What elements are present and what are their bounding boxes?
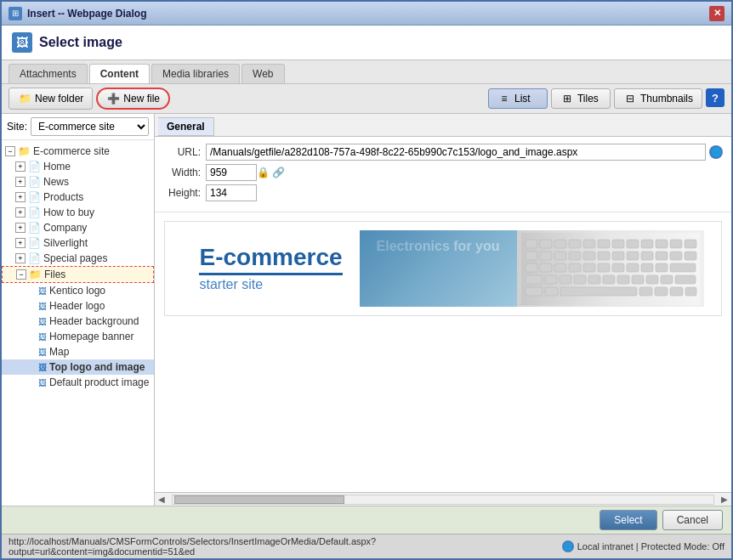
svg-rect-40 <box>588 275 600 284</box>
thumbnails-view-button[interactable]: ⊟ Thumbnails <box>614 88 702 109</box>
svg-rect-37 <box>545 275 557 284</box>
status-zone-text: Local intranet | Protected Mode: Off <box>577 541 724 552</box>
tree-label: Map <box>49 346 69 358</box>
tree-label: Home <box>43 161 71 173</box>
tree-label: Top logo and image <box>49 361 145 373</box>
tab-media-libraries[interactable]: Media libraries <box>151 64 240 83</box>
ecommerce-branding: E-commerce starter site <box>182 245 359 293</box>
width-row: Width: 🔒 🔗 <box>163 164 723 181</box>
tree-item-products[interactable]: + 📄 Products <box>2 189 154 205</box>
expand-icon[interactable]: + <box>15 207 26 218</box>
lock-icon[interactable]: 🔒 <box>257 167 270 178</box>
url-row: URL: 🌐 <box>163 144 723 161</box>
svg-rect-15 <box>554 252 566 260</box>
tiles-view-button[interactable]: ⊞ Tiles <box>551 88 611 109</box>
svg-rect-23 <box>670 252 682 260</box>
tree-item-homepage-banner[interactable]: 🖼 Homepage banner <box>2 329 154 344</box>
tab-content[interactable]: Content <box>89 64 150 83</box>
tree-item-company[interactable]: + 📄 Company <box>2 220 154 235</box>
link-icon[interactable]: 🔗 <box>272 167 285 178</box>
tree-item-how-to-buy[interactable]: + 📄 How to buy <box>2 205 154 220</box>
expand-icon[interactable]: + <box>15 177 26 187</box>
scroll-left-btn[interactable]: ◀ <box>155 495 168 504</box>
toolbar-right: ≡ List ⊞ Tiles ⊟ Thumbnails ? <box>488 88 724 109</box>
properties-area: URL: 🌐 Width: 🔒 🔗 Height: <box>155 137 731 212</box>
expand-icon[interactable]: − <box>5 146 15 156</box>
site-dropdown[interactable]: E-commerce site <box>31 117 149 136</box>
site-selector: Site: E-commerce site <box>2 114 154 140</box>
expand-icon[interactable]: + <box>15 192 26 202</box>
general-tab[interactable]: General <box>158 117 214 136</box>
new-file-button[interactable]: ➕ New file <box>96 88 170 110</box>
select-button[interactable]: Select <box>599 510 656 530</box>
tree-item-header-background[interactable]: 🖼 Header background <box>2 314 154 329</box>
banner-section: Electronics for you <box>360 230 704 307</box>
svg-rect-8 <box>627 240 639 248</box>
file-icon: 🖼 <box>38 348 47 357</box>
tree-label: Company <box>43 222 87 234</box>
tree-item-home[interactable]: + 📄 Home <box>2 159 154 174</box>
svg-rect-20 <box>627 252 639 260</box>
scroll-thumb[interactable] <box>174 495 344 504</box>
height-row: Height: <box>163 184 723 201</box>
tree-item-silverlight[interactable]: + 📄 Silverlight <box>2 235 154 251</box>
svg-rect-33 <box>641 263 653 272</box>
tree-item-default-product-image[interactable]: 🖼 Default product image <box>2 375 154 390</box>
tree-item-special-pages[interactable]: + 📄 Special pages <box>2 251 154 266</box>
svg-rect-14 <box>540 252 552 260</box>
tab-attachments[interactable]: Attachments <box>9 64 88 83</box>
electronics-banner: Electronics for you <box>360 230 517 307</box>
expand-icon[interactable]: + <box>15 238 26 248</box>
svg-rect-24 <box>685 252 696 260</box>
tree-area: − 📁 E-commerce site + 📄 Home + 📄 News <box>2 140 154 506</box>
list-view-button[interactable]: ≡ List <box>488 88 548 109</box>
scroll-right-btn[interactable]: ▶ <box>718 495 731 504</box>
width-input[interactable] <box>206 164 257 181</box>
expand-icon[interactable]: − <box>16 269 26 280</box>
svg-rect-38 <box>560 275 571 284</box>
expand-icon[interactable]: + <box>15 223 26 233</box>
tree-item-ecommerce-site[interactable]: − 📁 E-commerce site <box>2 144 154 159</box>
svg-rect-51 <box>655 287 668 296</box>
page-icon: 📄 <box>28 237 41 249</box>
status-zone: 🌐 Local intranet | Protected Mode: Off <box>562 540 724 552</box>
svg-rect-30 <box>598 263 610 272</box>
page-icon: 📄 <box>28 222 41 234</box>
page-icon: 📄 <box>28 176 41 188</box>
svg-rect-16 <box>569 252 581 260</box>
scroll-track[interactable] <box>172 495 714 505</box>
tree-item-top-logo[interactable]: 🖼 Top logo and image <box>2 359 154 375</box>
preview-area: E-commerce starter site Electronics for … <box>155 212 731 492</box>
height-label: Height: <box>163 187 206 199</box>
globe-icon[interactable]: 🌐 <box>709 145 723 159</box>
tree-item-files[interactable]: − 📁 Files <box>2 266 154 283</box>
svg-rect-41 <box>603 275 615 284</box>
file-icon: 🖼 <box>38 378 47 387</box>
height-input[interactable] <box>206 184 257 201</box>
help-button[interactable]: ? <box>706 88 724 107</box>
close-button[interactable]: ✕ <box>709 6 724 21</box>
tree-label: News <box>43 176 69 188</box>
tree-item-map[interactable]: 🖼 Map <box>2 344 154 359</box>
page-icon: 📄 <box>28 206 41 218</box>
right-panel: General URL: 🌐 Width: 🔒 🔗 <box>155 114 731 506</box>
tree-item-news[interactable]: + 📄 News <box>2 174 154 189</box>
prop-icons: 🔒 🔗 <box>257 167 285 178</box>
svg-rect-28 <box>569 263 581 272</box>
svg-rect-25 <box>526 263 537 272</box>
tree-item-header-logo[interactable]: 🖼 Header logo <box>2 298 154 314</box>
tree-item-kentico-logo[interactable]: 🖼 Kentico logo <box>2 283 154 298</box>
tab-web[interactable]: Web <box>241 64 284 83</box>
svg-rect-6 <box>598 240 610 248</box>
url-input[interactable] <box>206 144 706 161</box>
dialog-header: 🖼 Select image <box>2 25 731 60</box>
svg-rect-31 <box>612 263 624 272</box>
status-bar: http://localhost/Manuals/CMSFormControls… <box>2 534 731 558</box>
cancel-button[interactable]: Cancel <box>662 510 723 530</box>
new-folder-button[interactable]: 📁 New folder <box>9 88 93 110</box>
expand-icon[interactable]: + <box>15 161 26 172</box>
svg-rect-26 <box>540 263 552 272</box>
horizontal-scrollbar[interactable]: ◀ ▶ <box>155 492 731 506</box>
status-zone-icon: 🌐 <box>562 540 574 552</box>
expand-icon[interactable]: + <box>15 253 26 263</box>
